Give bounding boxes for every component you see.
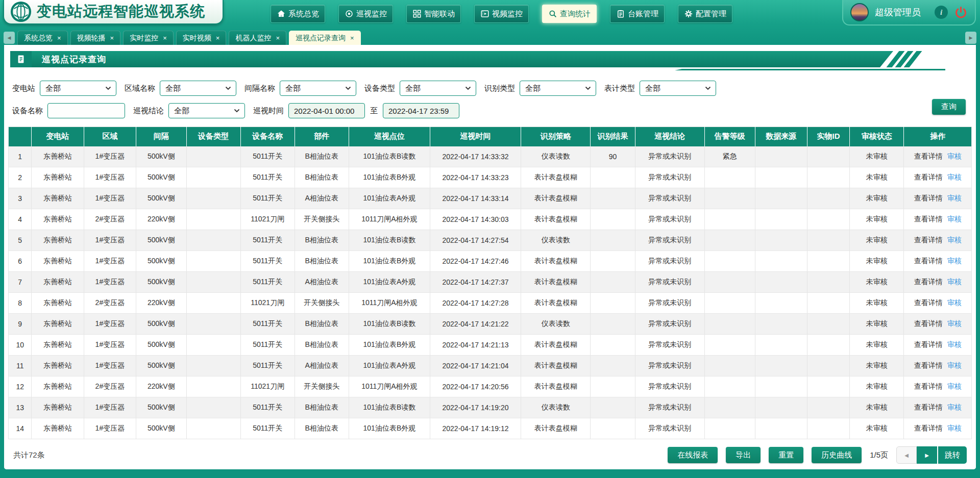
table-cell <box>186 167 240 188</box>
tab-scroll-right-icon[interactable]: ▶ <box>965 32 976 44</box>
table-cell: 2022-04-17 14:21:22 <box>430 314 521 335</box>
audit-link[interactable]: 审核 <box>947 382 962 390</box>
avatar[interactable] <box>850 3 869 21</box>
audit-link[interactable]: 审核 <box>947 298 962 307</box>
nav-smart-linkage-button[interactable]: 智能联动 <box>406 5 461 23</box>
view-detail-link[interactable]: 查看详情 <box>914 403 943 411</box>
nav-query-statistics-button[interactable]: 查询统计 <box>542 5 597 23</box>
meter-type-select[interactable]: 全部 <box>640 81 716 96</box>
table-cell: B相油位表 <box>295 167 349 188</box>
table-cell: 仪表读数 <box>521 146 591 167</box>
history-curve-button[interactable]: 历史曲线 <box>812 447 862 463</box>
column-header: 告警等级 <box>705 127 755 146</box>
table-cell: 2 <box>9 167 32 188</box>
query-button[interactable]: 查询 <box>932 99 966 115</box>
jump-page-button[interactable]: 跳转 <box>937 446 967 464</box>
view-detail-link[interactable]: 查看详情 <box>914 215 943 223</box>
view-detail-link[interactable]: 查看详情 <box>914 236 943 244</box>
conclusion-select[interactable]: 全部 <box>168 103 245 118</box>
nav-inspection-monitor-button[interactable]: 巡视监控 <box>338 5 393 23</box>
time-from-input[interactable]: 2022-04-01 00:00 <box>288 103 365 118</box>
view-detail-link[interactable]: 查看详情 <box>914 257 943 265</box>
table-cell: 3 <box>9 188 32 209</box>
table-cell: 东善桥站 <box>32 146 84 167</box>
device-type-select[interactable]: 全部 <box>400 81 476 96</box>
table-cell: 未审核 <box>850 272 904 293</box>
device-name-input[interactable] <box>47 103 125 118</box>
audit-link[interactable]: 审核 <box>947 215 962 223</box>
audit-link[interactable]: 审核 <box>947 194 962 202</box>
table-cell <box>186 188 240 209</box>
audit-link[interactable]: 审核 <box>947 403 962 411</box>
view-detail-link[interactable]: 查看详情 <box>914 319 943 328</box>
table-cell: 2#变压器 <box>84 293 136 314</box>
view-detail-link[interactable]: 查看详情 <box>914 340 943 348</box>
table-cell: 开关侧接头 <box>295 209 349 230</box>
tab-close-icon[interactable]: × <box>276 35 280 41</box>
audit-link[interactable]: 审核 <box>947 278 962 286</box>
audit-link[interactable]: 审核 <box>947 173 962 181</box>
prev-page-button[interactable]: ◀ <box>896 446 917 464</box>
tab-active[interactable]: 巡视点记录查询× <box>289 31 361 45</box>
time-to-input[interactable]: 2022-04-17 23:59 <box>383 103 459 118</box>
table-cell <box>186 376 240 397</box>
tab-close-icon[interactable]: × <box>57 35 61 41</box>
tab-close-icon[interactable]: × <box>216 35 220 41</box>
tab-close-icon[interactable]: × <box>110 35 114 41</box>
area-name-select[interactable]: 全部 <box>160 81 236 96</box>
nav-ledger-management-button[interactable]: 台账管理 <box>610 5 665 23</box>
info-icon[interactable]: i <box>935 6 948 19</box>
view-detail-link[interactable]: 查看详情 <box>914 424 943 432</box>
online-report-button[interactable]: 在线报表 <box>668 447 718 463</box>
tab[interactable]: 实时监控× <box>123 31 174 45</box>
view-detail-link[interactable]: 查看详情 <box>914 298 943 307</box>
tab-close-icon[interactable]: × <box>350 35 354 41</box>
tab[interactable]: 实时视频× <box>176 31 227 45</box>
reset-button[interactable]: 重置 <box>769 447 803 463</box>
nav-query-statistics-label: 查询统计 <box>560 9 591 19</box>
nav-config-management-button[interactable]: 配置管理 <box>678 5 732 23</box>
view-detail-link[interactable]: 查看详情 <box>914 278 943 286</box>
view-detail-link[interactable]: 查看详情 <box>914 152 943 160</box>
tab[interactable]: 系统总览× <box>17 31 68 45</box>
table-cell: 1 <box>9 146 32 167</box>
substation-select[interactable]: 全部 <box>40 81 116 96</box>
logout-power-icon[interactable] <box>954 6 968 19</box>
table-cell: A相油位表 <box>295 272 349 293</box>
table-cell: 500kV侧 <box>136 314 187 335</box>
export-button[interactable]: 导出 <box>726 447 761 463</box>
audit-link[interactable]: 审核 <box>947 424 962 432</box>
view-detail-link[interactable]: 查看详情 <box>914 194 943 202</box>
table-cell: 5011开关 <box>240 167 295 188</box>
recognition-type-select[interactable]: 全部 <box>520 81 596 96</box>
bay-name-select[interactable]: 全部 <box>280 81 356 96</box>
tab-label: 巡视点记录查询 <box>296 34 346 43</box>
audit-link[interactable]: 审核 <box>947 152 962 160</box>
inspection-time-field: 巡视时间 2022-04-01 00:00 至 2022-04-17 23:59 <box>253 103 459 118</box>
tab-close-icon[interactable]: × <box>163 35 167 41</box>
audit-link[interactable]: 审核 <box>947 257 962 265</box>
table-cell: 500kV侧 <box>136 335 187 356</box>
tab[interactable]: 机器人监控× <box>229 31 286 45</box>
audit-link[interactable]: 审核 <box>947 319 962 328</box>
column-header: 巡视点位 <box>349 127 430 146</box>
table-cell: B相油位表 <box>295 251 349 272</box>
view-detail-link[interactable]: 查看详情 <box>914 361 943 369</box>
view-detail-link[interactable]: 查看详情 <box>914 382 943 390</box>
inspection-time-label: 巡视时间 <box>253 106 284 116</box>
nav-video-monitor-button[interactable]: 视频监控 <box>474 5 529 23</box>
next-page-button[interactable]: ▶ <box>917 446 937 464</box>
audit-link[interactable]: 审核 <box>947 236 962 244</box>
view-detail-link[interactable]: 查看详情 <box>914 173 943 181</box>
tab[interactable]: 视频轮播× <box>70 31 121 45</box>
nav-system-overview-button[interactable]: 系统总览 <box>271 5 325 23</box>
audit-link[interactable]: 审核 <box>947 340 962 348</box>
audit-link[interactable]: 审核 <box>947 361 962 369</box>
table-cell: 5011开关 <box>240 356 295 376</box>
table-cell <box>705 251 755 272</box>
tab-bar: ◀ 系统总览×视频轮播×实时监控×实时视频×机器人监控×巡视点记录查询× ▶ <box>0 31 980 45</box>
table-cell: 东善桥站 <box>32 314 84 335</box>
table-cell: 2#变压器 <box>84 376 136 397</box>
table-cell: 101油位表B外观 <box>349 418 430 439</box>
tab-scroll-left-icon[interactable]: ◀ <box>4 32 15 44</box>
